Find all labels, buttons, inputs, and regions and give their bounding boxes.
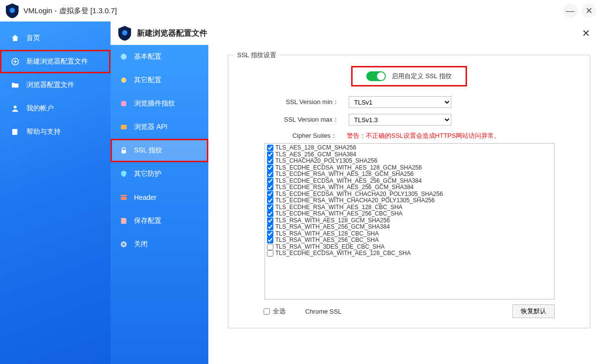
settings-icon <box>119 76 128 85</box>
ssl-fieldset: SSL 指纹设置 启用自定义 SSL 指纹 SSL Version min： T… <box>228 55 590 328</box>
cipher-item[interactable]: TLS_AES_256_GCM_SHA384 <box>267 151 552 158</box>
svg-rect-9 <box>121 195 127 196</box>
cipher-item[interactable]: TLS_ECDHE_ECDSA_WITH_CHACHA20_POLY1305_S… <box>267 191 552 198</box>
sidebar-item-new-profile[interactable]: 新建浏览器配置文件 <box>0 50 111 73</box>
titlebar: VMLogin - 虚拟多登 [1.3.0.7] — ✕ <box>0 0 602 21</box>
cipher-name: TLS_ECDHE_RSA_WITH_CHACHA20_POLY1305_SHA… <box>275 197 435 204</box>
ssl-min-label: SSL Version min： <box>264 98 349 107</box>
sub-item-basic[interactable]: 基本配置 <box>111 45 208 68</box>
sidebar-item-label: 我的帐户 <box>26 104 54 113</box>
sub-item-label: 浏览器 API <box>134 123 167 131</box>
cipher-suites-list[interactable]: TLS_AES_128_GCM_SHA256TLS_AES_256_GCM_SH… <box>265 143 555 300</box>
book-icon <box>11 128 20 136</box>
cipher-checkbox[interactable] <box>267 250 273 257</box>
cipher-item[interactable]: TLS_ECDHE_RSA_WITH_AES_128_GCM_SHA256 <box>267 171 552 178</box>
cipher-item[interactable]: TLS_RSA_WITH_AES_256_GCM_SHA384 <box>267 224 552 231</box>
sub-item-label: 基本配置 <box>134 52 161 61</box>
cipher-checkbox[interactable] <box>267 204 273 211</box>
ssl-max-select[interactable]: TLSv1.3 <box>349 114 451 126</box>
cipher-name: TLS_ECDHE_ECDSA_WITH_AES_128_CBC_SHA <box>275 250 411 257</box>
svg-point-0 <box>10 8 15 13</box>
cipher-name: TLS_RSA_WITH_AES_128_GCM_SHA256 <box>275 217 390 224</box>
shield-icon <box>119 170 128 178</box>
reset-defaults-button[interactable]: 恢复默认 <box>513 304 555 318</box>
sub-item-other-config[interactable]: 其它配置 <box>111 68 208 92</box>
sub-item-close[interactable]: 关闭 <box>111 233 208 256</box>
close-button[interactable]: ✕ <box>581 3 596 18</box>
cipher-checkbox[interactable] <box>267 224 273 230</box>
dialog-content: SSL 指纹设置 启用自定义 SSL 指纹 SSL Version min： T… <box>208 45 602 364</box>
cipher-name: TLS_ECDHE_ECDSA_WITH_AES_128_GCM_SHA256 <box>275 165 422 171</box>
sub-item-browser-api[interactable]: 浏览器 API <box>111 115 208 139</box>
sidebar-item-label: 浏览器配置文件 <box>26 81 74 89</box>
sidebar-item-account[interactable]: 我的帐户 <box>0 97 111 120</box>
svg-rect-10 <box>121 197 127 200</box>
sub-item-plugin-fingerprint[interactable]: 浏览插件指纹 <box>111 92 208 115</box>
lock-icon <box>119 146 128 155</box>
cipher-item[interactable]: TLS_ECDHE_ECDSA_WITH_AES_128_CBC_SHA <box>267 250 552 257</box>
sub-item-label: Header <box>134 193 156 201</box>
chrome-ssl-label: Chrome SSL <box>305 308 341 315</box>
cipher-name: TLS_AES_128_GCM_SHA256 <box>275 145 356 151</box>
svg-point-3 <box>122 30 128 36</box>
cipher-checkbox[interactable] <box>267 151 273 158</box>
api-icon <box>119 123 128 131</box>
sidebar-item-home[interactable]: 首页 <box>0 26 111 50</box>
cipher-checkbox[interactable] <box>267 191 273 197</box>
save-icon <box>119 216 128 225</box>
enable-ssl-label: 启用自定义 SSL 指纹 <box>392 72 451 81</box>
cipher-item[interactable]: TLS_ECDHE_ECDSA_WITH_AES_256_GCM_SHA384 <box>267 178 552 185</box>
sidebar-item-label: 新建浏览器配置文件 <box>26 57 88 66</box>
cipher-name: TLS_ECDHE_RSA_WITH_AES_256_GCM_SHA384 <box>275 184 414 191</box>
sub-item-save[interactable]: 保存配置 <box>111 209 208 233</box>
cipher-item[interactable]: TLS_ECDHE_ECDSA_WITH_AES_128_GCM_SHA256 <box>267 165 552 171</box>
svg-rect-8 <box>122 150 126 153</box>
cipher-item[interactable]: TLS_ECDHE_RSA_WITH_CHACHA20_POLY1305_SHA… <box>267 197 552 204</box>
fieldset-legend: SSL 指纹设置 <box>234 51 279 60</box>
svg-point-2 <box>14 106 17 108</box>
cipher-checkbox[interactable] <box>267 244 273 250</box>
sidebar-item-label: 帮助与支持 <box>26 128 61 136</box>
cipher-item[interactable]: TLS_RSA_WITH_AES_128_GCM_SHA256 <box>267 217 552 224</box>
window-title: VMLogin - 虚拟多登 [1.3.0.7] <box>23 6 117 16</box>
sub-item-label: 其它防护 <box>134 170 161 178</box>
sub-item-header[interactable]: Header <box>111 186 208 209</box>
cipher-item[interactable]: TLS_ECDHE_RSA_WITH_AES_256_CBC_SHA <box>267 211 552 217</box>
dialog-close-button[interactable]: ✕ <box>578 25 594 41</box>
cipher-checkbox[interactable] <box>267 165 273 171</box>
sidebar-item-profiles[interactable]: 浏览器配置文件 <box>0 73 111 97</box>
cipher-checkbox[interactable] <box>267 231 273 237</box>
minimize-button[interactable]: — <box>563 3 578 18</box>
cipher-name: TLS_AES_256_GCM_SHA384 <box>275 151 356 158</box>
cipher-name: TLS_ECDHE_ECDSA_WITH_CHACHA20_POLY1305_S… <box>275 191 443 198</box>
folder-icon <box>11 81 20 89</box>
ssl-min-select[interactable]: TLSv1 <box>349 96 451 108</box>
cipher-item[interactable]: TLS_RSA_WITH_3DES_EDE_CBC_SHA <box>267 244 552 251</box>
cipher-name: TLS_CHACHA20_POLY1305_SHA256 <box>275 158 378 165</box>
cipher-checkbox[interactable] <box>267 171 273 177</box>
cipher-item[interactable]: TLS_CHACHA20_POLY1305_SHA256 <box>267 158 552 165</box>
cipher-checkbox[interactable] <box>267 211 273 217</box>
select-all-checkbox[interactable]: 全选 <box>264 307 286 316</box>
cipher-item[interactable]: TLS_AES_128_GCM_SHA256 <box>267 145 552 151</box>
cipher-checkbox[interactable] <box>267 184 273 191</box>
cipher-item[interactable]: TLS_RSA_WITH_AES_128_CBC_SHA <box>267 231 552 237</box>
cipher-checkbox[interactable] <box>267 158 273 164</box>
cipher-checkbox[interactable] <box>267 145 273 151</box>
sub-item-ssl-fingerprint[interactable]: SSL 指纹 <box>111 139 208 162</box>
cipher-item[interactable]: TLS_RSA_WITH_AES_256_CBC_SHA <box>267 237 552 244</box>
cipher-checkbox[interactable] <box>267 217 273 224</box>
cipher-item[interactable]: TLS_ECDHE_RSA_WITH_AES_256_GCM_SHA384 <box>267 184 552 191</box>
close-circle-icon <box>119 240 128 249</box>
enable-ssl-toggle[interactable] <box>366 71 386 81</box>
cipher-checkbox[interactable] <box>267 178 273 184</box>
cipher-checkbox[interactable] <box>267 197 273 204</box>
sub-item-other-protection[interactable]: 其它防护 <box>111 162 208 186</box>
sidebar-item-help[interactable]: 帮助与支持 <box>0 120 111 144</box>
dialog-new-profile: 新建浏览器配置文件 ✕ 基本配置 其它配置 浏览插件指纹 <box>111 21 602 364</box>
select-all-input[interactable] <box>264 308 270 315</box>
cipher-item[interactable]: TLS_ECDHE_RSA_WITH_AES_128_CBC_SHA <box>267 204 552 211</box>
cipher-checkbox[interactable] <box>267 237 273 243</box>
sidebar-item-label: 首页 <box>26 34 40 43</box>
dialog-title: 新建浏览器配置文件 <box>137 28 207 39</box>
